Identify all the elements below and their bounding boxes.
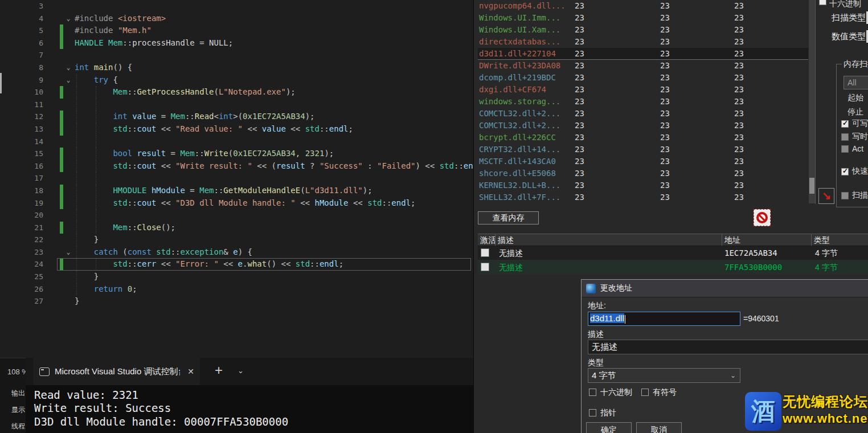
checkbox-partial[interactable] bbox=[841, 145, 849, 153]
dialog-titlebar[interactable]: 更改地址 bbox=[582, 280, 868, 297]
column-header[interactable]: 地址 bbox=[722, 234, 812, 246]
checkbox-partial[interactable] bbox=[841, 192, 849, 199]
scan-results-list[interactable]: nvgpucomp64.dll...232323Windows.UI.Imm..… bbox=[478, 0, 808, 203]
code-line[interactable]: 19std::cout << "D3D dll Module handle: "… bbox=[7, 197, 473, 210]
column-header[interactable]: 类型 bbox=[812, 234, 868, 246]
code-line[interactable]: 14 bbox=[7, 136, 473, 148]
column-header[interactable]: 描述 bbox=[496, 234, 722, 246]
panel-label[interactable]: 输出 bbox=[11, 389, 25, 398]
scan-result-row[interactable]: dcomp.dll+219BDC232323 bbox=[478, 72, 808, 84]
new-terminal-button[interactable]: + bbox=[215, 362, 223, 378]
panel-label[interactable]: 显示 bbox=[11, 405, 25, 415]
address-row[interactable]: 无描述1EC72A5AB344 字节 bbox=[478, 246, 868, 260]
line-number: 17 bbox=[7, 172, 43, 185]
scan-result-value: 23 bbox=[660, 120, 670, 132]
fold-chevron-icon[interactable]: ⌄ bbox=[64, 62, 73, 74]
scan-result-row[interactable]: Windows.UI.Imm...232323 bbox=[478, 12, 808, 24]
scan-result-row[interactable]: nvgpucomp64.dll...232323 bbox=[478, 0, 808, 12]
scan-result-row[interactable]: CRYPT32.dll+14...232323 bbox=[478, 144, 808, 156]
scan-result-row[interactable]: shcore.dll+E5068232323 bbox=[478, 168, 808, 179]
scan-option-row[interactable]: 扫描 bbox=[841, 190, 868, 201]
code-line[interactable]: 4⌄#include <iostream> bbox=[7, 13, 473, 25]
scan-result-row[interactable]: bcrypt.dll+226CC232323 bbox=[478, 132, 808, 144]
address-active-checkbox[interactable] bbox=[481, 248, 489, 257]
scan-result-row[interactable]: COMCTL32.dll+2...232323 bbox=[478, 120, 808, 132]
description-input[interactable]: 无描述 bbox=[588, 340, 868, 354]
scan-option-row[interactable]: Act bbox=[841, 144, 863, 153]
close-tab-icon[interactable]: ✕ bbox=[187, 367, 194, 376]
scan-result-row[interactable]: dxgi.dll+CF674232323 bbox=[478, 84, 808, 96]
code-line[interactable]: 5#include "Mem.h" bbox=[7, 24, 473, 37]
console-output[interactable]: Read value: 2321Write result: SuccessD3D… bbox=[26, 385, 473, 433]
code-line[interactable]: 7 bbox=[7, 49, 473, 62]
prohibition-icon-button[interactable] bbox=[754, 209, 771, 226]
code-text: int main() { bbox=[75, 62, 132, 74]
code-line[interactable]: 27} bbox=[7, 295, 473, 308]
code-line[interactable]: 21Mem::Close(); bbox=[7, 222, 473, 234]
fold-chevron-icon[interactable]: ⌄ bbox=[64, 13, 73, 25]
editor-zoom-indicator[interactable]: 108 % bbox=[7, 367, 26, 376]
fold-chevron-icon[interactable]: ⌄ bbox=[64, 246, 73, 259]
address-input[interactable]: d3d11.dll bbox=[588, 312, 740, 326]
scan-result-row[interactable]: d3d11.dll+227104232323 bbox=[478, 48, 808, 60]
scan-option-row[interactable]: 快速 bbox=[841, 166, 868, 177]
scan-scrollbar[interactable] bbox=[809, 0, 815, 203]
scan-result-value: 23 bbox=[660, 84, 670, 96]
address-field-label: 地址: bbox=[588, 301, 606, 311]
scrollbar-thumb[interactable] bbox=[809, 178, 814, 194]
hex-checkbox[interactable] bbox=[819, 0, 826, 5]
dialog-hex-checkbox[interactable] bbox=[589, 389, 596, 396]
panel-label[interactable]: 线程 bbox=[11, 422, 25, 431]
scan-result-row[interactable]: DWrite.dll+23DA08232323 bbox=[478, 60, 808, 72]
code-line[interactable]: 6HANDLE Mem::processHandle = NULL; bbox=[7, 37, 473, 50]
ok-button[interactable]: 确定 bbox=[586, 422, 632, 433]
dialog-signed-checkbox[interactable] bbox=[641, 389, 649, 396]
scan-option-row[interactable]: 写时 bbox=[841, 132, 868, 142]
code-line[interactable]: 12int value = Mem::Read<int>(0x1EC72A5AB… bbox=[7, 111, 473, 123]
scan-result-row[interactable]: windows.storag...232323 bbox=[478, 96, 808, 108]
code-line[interactable]: 17 bbox=[7, 172, 473, 185]
scan-result-row[interactable]: directxdatabas...232323 bbox=[478, 36, 808, 48]
checkbox-checked[interactable] bbox=[841, 120, 849, 128]
code-line[interactable]: 18HMODULE hModule = Mem::GetModuleHandle… bbox=[7, 185, 473, 197]
scan-result-row[interactable]: Windows.UI.Xam...232323 bbox=[478, 24, 808, 36]
address-active-checkbox[interactable] bbox=[481, 263, 489, 271]
cheat-engine-icon bbox=[586, 284, 596, 293]
scan-result-row[interactable]: MSCTF.dll+143CA0232323 bbox=[478, 156, 808, 168]
code-line[interactable]: 23⌄catch (const std::exception& e) { bbox=[7, 246, 473, 259]
code-line[interactable]: 26return 0; bbox=[7, 283, 473, 296]
code-line[interactable]: 16std::cout << "Write result: " << (resu… bbox=[7, 160, 473, 173]
checkbox-checked[interactable] bbox=[841, 168, 849, 175]
type-select[interactable]: 4 字节⌄ bbox=[588, 368, 740, 383]
code-line[interactable]: 10Mem::GetProcessHandle(L"Notepad.exe"); bbox=[7, 86, 473, 99]
view-memory-button[interactable]: 查看内存 bbox=[478, 211, 539, 224]
code-line[interactable]: 20 bbox=[7, 209, 473, 222]
code-line[interactable]: 22} bbox=[7, 234, 473, 246]
scan-result-value: 23 bbox=[734, 0, 744, 12]
scan-result-row[interactable]: COMCTL32.dll+2...232323 bbox=[478, 108, 808, 120]
terminal-dropdown-icon[interactable]: ⌄ bbox=[238, 366, 244, 375]
code-line[interactable]: 9⌄try { bbox=[7, 74, 473, 87]
fold-chevron-icon[interactable]: ⌄ bbox=[64, 74, 73, 87]
scan-result-row[interactable]: KERNEL32.DLL+B...232323 bbox=[478, 179, 808, 191]
add-address-arrow-button[interactable]: ↘ bbox=[818, 188, 834, 204]
column-header[interactable]: 激活 bbox=[478, 234, 496, 246]
console-tab[interactable]: Microsoft Visual Studio 调试控制台 ✕ bbox=[34, 358, 200, 385]
code-line[interactable]: 24std::cerr << "Error: " << e.what() << … bbox=[7, 258, 473, 271]
code-line[interactable]: 25} bbox=[7, 271, 473, 283]
scan-option-row[interactable]: 可写 bbox=[841, 119, 868, 129]
cancel-button[interactable]: 取消 bbox=[636, 422, 682, 433]
code-editor[interactable]: 34⌄#include <iostream>5#include "Mem.h"6… bbox=[7, 0, 473, 358]
scan-result-row[interactable]: SHELL32.dll+7F...232323 bbox=[478, 191, 808, 203]
dialog-pointer-checkbox[interactable] bbox=[589, 409, 596, 416]
memory-region-select[interactable]: All bbox=[844, 76, 868, 89]
code-line[interactable]: 11 bbox=[7, 99, 473, 111]
code-text: catch (const std::exception& e) { bbox=[94, 246, 252, 259]
code-line[interactable]: 15bool result = Mem::Write(0x1EC72A5AB34… bbox=[7, 148, 473, 160]
address-row[interactable]: 无描述7FFA530B00004 字节 bbox=[478, 260, 868, 275]
code-line[interactable]: 3 bbox=[7, 0, 473, 13]
ce-splitter[interactable] bbox=[815, 0, 816, 204]
checkbox-partial[interactable] bbox=[841, 133, 849, 141]
code-line[interactable]: 8⌄int main() { bbox=[7, 62, 473, 74]
code-line[interactable]: 13std::cout << "Read value: " << value <… bbox=[7, 123, 473, 136]
